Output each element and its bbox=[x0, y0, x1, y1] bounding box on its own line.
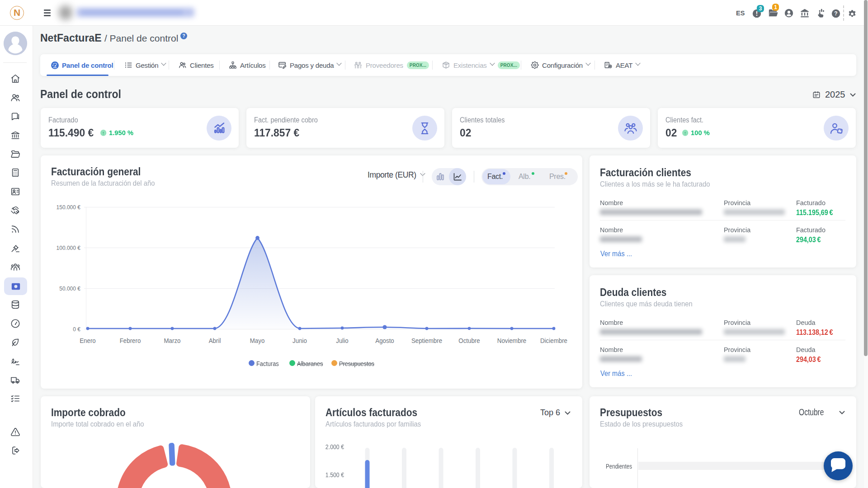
svg-text:?: ? bbox=[834, 10, 837, 17]
